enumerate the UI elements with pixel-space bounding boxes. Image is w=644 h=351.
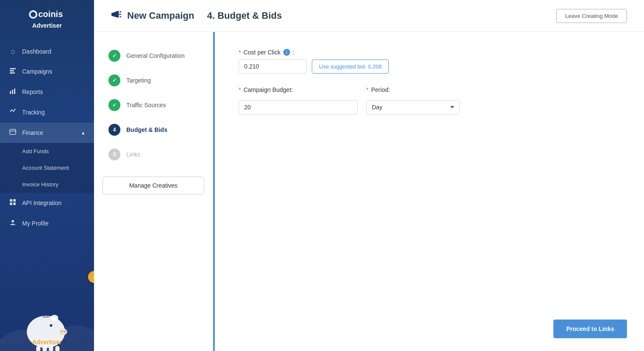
cpc-label-text: Cost per Click [243, 49, 280, 56]
cpc-colon: : [293, 49, 294, 56]
step-label-3: Traffic Sources [126, 102, 166, 108]
svg-rect-11 [10, 199, 12, 202]
svg-point-15 [11, 220, 14, 223]
svg-rect-8 [14, 88, 15, 94]
required-star-budget: * [239, 86, 241, 93]
profile-icon [9, 219, 17, 228]
dashboard-icon: ⌂ [9, 48, 17, 55]
step-label-5: Links [126, 151, 140, 158]
sidebar-item-finance[interactable]: Finance ▲ [0, 123, 94, 143]
period-group: * Period: Day Week Month Total [366, 86, 460, 114]
sidebar-role: Advertiser [32, 22, 62, 29]
step-label-2: Targeting [126, 77, 151, 84]
svg-rect-14 [13, 203, 16, 205]
sidebar-nav: ⌂ Dashboard Campaigns Reports [0, 37, 94, 351]
sidebar-item-add-funds[interactable]: Add Funds [0, 143, 94, 160]
svg-rect-4 [10, 70, 14, 71]
svg-rect-29 [111, 13, 113, 16]
proceed-to-links-button[interactable]: Proceed to Links [553, 320, 627, 338]
sidebar-item-api[interactable]: API Integration [0, 193, 94, 213]
wizard-progress-bar [213, 32, 215, 351]
sidebar-item-invoice-history[interactable]: Invoice History [0, 176, 94, 193]
svg-line-31 [120, 11, 121, 12]
sidebar-item-label: Dashboard [22, 48, 85, 55]
wizard-step-5[interactable]: 5 Links [103, 143, 204, 166]
svg-rect-12 [13, 199, 16, 202]
wizard-step-1[interactable]: ✓ General Configuration [103, 45, 204, 67]
api-icon [9, 199, 17, 207]
main-content: New Campaign 4. Budget & Bids Leave Crea… [94, 0, 644, 351]
sidebar-item-account-statement[interactable]: Account Statement [0, 160, 94, 176]
cost-per-click-group: * Cost per Click i : Use suggested bid: … [239, 49, 618, 74]
sidebar-item-label: Finance [22, 129, 76, 136]
budget-period-row: * Campaign Budget: * Period: Day Week [239, 86, 618, 114]
sidebar-item-label: API Integration [22, 200, 85, 206]
budget-label: * Campaign Budget: [239, 86, 358, 93]
finance-icon [9, 128, 17, 137]
period-label-text: Period: [371, 86, 390, 93]
step-circle-3: ✓ [108, 99, 120, 111]
sidebar-item-label: My Profile [22, 220, 85, 227]
svg-rect-13 [10, 203, 12, 205]
chevron-up-icon: ▲ [81, 130, 85, 135]
period-select[interactable]: Day Week Month Total [366, 100, 460, 114]
page-header: New Campaign 4. Budget & Bids Leave Crea… [94, 0, 644, 32]
step-label-4: Budget & Bids [126, 126, 167, 133]
sidebar-logo-area: coinis Advertiser [0, 0, 94, 37]
sidebar-item-label: Campaigns [22, 68, 85, 75]
svg-rect-6 [10, 91, 11, 94]
sidebar-item-label: Reports [22, 88, 85, 95]
svg-line-32 [120, 16, 121, 17]
cpc-info-icon[interactable]: i [283, 49, 290, 56]
tracking-icon [9, 108, 17, 117]
svg-point-1 [31, 12, 36, 17]
logo: coinis [28, 8, 66, 21]
svg-rect-7 [12, 90, 13, 94]
campaign-budget-input[interactable] [239, 100, 358, 114]
svg-rect-5 [10, 72, 15, 74]
sidebar-item-myprofile[interactable]: My Profile [0, 213, 94, 234]
svg-text:coinis: coinis [38, 9, 63, 19]
page-title-group: New Campaign 4. Budget & Bids [111, 9, 282, 23]
suggested-bid-button[interactable]: Use suggested bid: 0.208 [312, 60, 389, 74]
required-star-cpc: * [239, 49, 241, 56]
finance-submenu: Add Funds Account Statement Invoice Hist… [0, 143, 94, 193]
campaign-budget-group: * Campaign Budget: * Period: Day Week [239, 86, 618, 114]
svg-rect-3 [10, 68, 16, 69]
step-circle-1: ✓ [108, 50, 120, 62]
wizard-step-4[interactable]: 4 Budget & Bids [103, 119, 204, 141]
budget-group: * Campaign Budget: [239, 86, 358, 114]
sidebar: coinis Advertiser ⌂ Dashboard Campaigns [0, 0, 94, 351]
wizard-step-3[interactable]: ✓ Traffic Sources [103, 94, 204, 116]
step-circle-2: ✓ [108, 74, 120, 86]
cpc-row: Use suggested bid: 0.208 [239, 59, 618, 74]
campaign-icon [111, 9, 123, 23]
sidebar-item-reports[interactable]: Reports [0, 82, 94, 102]
sidebar-item-tracking[interactable]: Tracking [0, 102, 94, 123]
reports-icon [9, 88, 17, 96]
cost-per-click-input[interactable] [239, 59, 307, 74]
leave-creating-mode-button[interactable]: Leave Creating Mode [556, 9, 627, 23]
campaigns-icon [9, 67, 17, 76]
svg-rect-9 [10, 129, 16, 134]
content-area: ✓ General Configuration ✓ Targeting ✓ Tr… [94, 32, 644, 351]
sidebar-item-dashboard[interactable]: ⌂ Dashboard [0, 42, 94, 61]
manage-creatives-button[interactable]: Manage Creatives [103, 177, 204, 194]
budget-label-text: Campaign Budget: [243, 86, 293, 93]
sidebar-item-label: Tracking [22, 109, 85, 116]
step-circle-4: 4 [108, 124, 120, 136]
wizard-step-2[interactable]: ✓ Targeting [103, 69, 204, 91]
page-step-title: 4. Budget & Bids [207, 10, 282, 21]
form-area: * Cost per Click i : Use suggested bid: … [213, 32, 644, 351]
wizard-sidebar: ✓ General Configuration ✓ Targeting ✓ Tr… [94, 32, 213, 351]
period-label: * Period: [366, 86, 460, 93]
required-star-period: * [366, 86, 368, 93]
sidebar-item-campaigns[interactable]: Campaigns [0, 61, 94, 82]
cost-per-click-label: * Cost per Click i : [239, 49, 618, 56]
step-circle-5: 5 [108, 148, 120, 160]
page-new-campaign: New Campaign [127, 10, 194, 21]
step-label-1: General Configuration [126, 52, 185, 59]
